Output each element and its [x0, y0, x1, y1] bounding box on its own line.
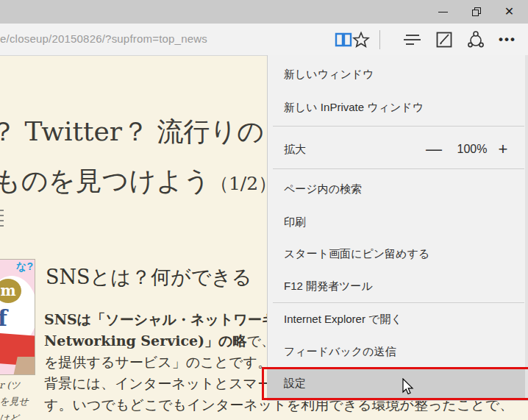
minimize-icon	[438, 12, 448, 13]
favorites-button[interactable]	[349, 24, 374, 56]
more-actions-button[interactable]: •••	[495, 24, 520, 56]
clipped-share-widget	[0, 210, 4, 230]
pen-note-icon	[436, 32, 452, 48]
star-icon	[352, 31, 370, 49]
zoom-label: 拡大	[284, 143, 306, 157]
minimize-button[interactable]	[427, 0, 460, 24]
hub-button[interactable]	[400, 24, 425, 56]
section-heading: SNSとは？何ができる	[46, 264, 251, 291]
title-bar: ✕	[0, 0, 528, 24]
share-icon	[466, 31, 485, 49]
body-line-2: Networking Service)」の略で、直訳	[44, 332, 303, 351]
article-title-line1: ？ Twitter？ 流行りの	[0, 114, 264, 150]
mouse-cursor	[402, 378, 414, 396]
ellipsis-icon: •••	[499, 32, 516, 47]
address-bar: e/closeup/20150826/?supfrom=top_news	[0, 24, 528, 56]
hub-lines-icon	[403, 33, 422, 46]
menu-item-pin-to-start[interactable]: スタート画面にピン留めする	[268, 238, 526, 270]
url-text[interactable]: e/closeup/20150826/?supfrom=top_news	[0, 32, 207, 45]
menu-item-open-with-ie[interactable]: Internet Explorer で開く	[268, 303, 526, 335]
close-icon: ✕	[504, 6, 514, 18]
more-actions-menu: 新しいウィンドウ 新しい InPrivate ウィンドウ 拡大 — 100% +…	[267, 55, 528, 401]
cursor-arrow-icon	[402, 378, 414, 396]
thumbnail-desk-shape	[13, 357, 35, 375]
zoom-in-button[interactable]: +	[490, 133, 516, 165]
share-button[interactable]	[463, 24, 488, 56]
menu-item-print[interactable]: 印刷	[268, 206, 526, 238]
menu-item-new-window[interactable]: 新しいウィンドウ	[268, 58, 526, 90]
article-thumbnail-image: な? m f	[0, 259, 35, 375]
web-note-button[interactable]	[432, 24, 457, 56]
restore-icon	[472, 7, 481, 16]
menu-item-f12-dev-tools[interactable]: F12 開発者ツール	[268, 270, 526, 302]
menu-separator	[273, 168, 524, 169]
menu-item-new-inprivate-window[interactable]: 新しい InPrivate ウィンドウ	[268, 91, 526, 124]
article-title-line2: ものを見つけよう（1/2）	[0, 163, 277, 199]
close-button[interactable]: ✕	[493, 0, 526, 24]
menu-item-find-on-page[interactable]: ページ内の検索	[268, 173, 526, 205]
toolbar-separator	[379, 30, 380, 49]
thumbnail-question-text: な?	[16, 260, 33, 274]
menu-item-send-feedback[interactable]: フィードバックの送信	[268, 335, 526, 368]
thumbnail-caption-line2: りを見せ	[0, 395, 29, 408]
thumbnail-caption-line1: ter (ツ	[0, 379, 21, 392]
zoom-out-button[interactable]: —	[421, 133, 447, 165]
settings-highlight-box	[262, 367, 528, 400]
restore-button[interactable]	[460, 0, 493, 24]
thumbnail-caption-line3: いけど	[0, 412, 19, 420]
facebook-logo: f	[0, 305, 7, 331]
menu-separator	[273, 126, 524, 127]
zoom-value: 100%	[452, 133, 493, 165]
menu-scrollbar[interactable]	[525, 55, 528, 400]
